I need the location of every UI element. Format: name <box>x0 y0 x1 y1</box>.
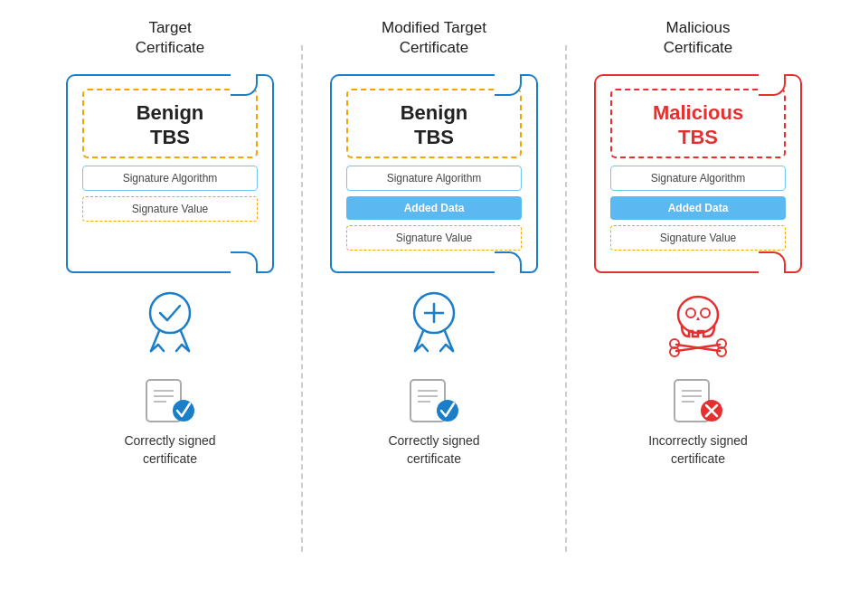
svg-line-20 <box>440 345 446 351</box>
svg-line-6 <box>176 345 182 351</box>
tbs-box-modified: BenignTBS <box>346 89 522 158</box>
sig-val-modified: Signature Value <box>346 225 522 251</box>
status-text-malicious: Incorrectly signedcertificate <box>648 432 748 468</box>
cert-malicious: MaliciousTBS Signature Algorithm Added D… <box>594 74 802 273</box>
svg-point-11 <box>173 400 194 422</box>
cert-target: BenignTBS Signature Algorithm Signature … <box>66 74 274 273</box>
status-text-modified: Correctly signedcertificate <box>388 432 479 468</box>
svg-point-28 <box>701 308 710 317</box>
sig-algo-modified: Signature Algorithm <box>346 166 522 191</box>
tbs-title-modified: BenignTBS <box>401 101 468 149</box>
svg-line-17 <box>422 345 428 351</box>
added-data-malicious: Added Data <box>610 196 786 220</box>
svg-line-3 <box>158 345 164 351</box>
col-title-modified: Modified TargetCertificate <box>382 18 486 58</box>
bottom-malicious: Incorrectly signedcertificate <box>648 378 748 468</box>
added-data-modified: Added Data <box>346 196 522 220</box>
svg-point-25 <box>437 400 458 422</box>
skull-icon-malicious <box>662 286 734 358</box>
award-badge-target <box>138 286 202 358</box>
column-target: TargetCertificate BenignTBS Signature Al… <box>39 18 301 468</box>
sig-val-target: Signature Value <box>82 196 258 222</box>
main-page: TargetCertificate BenignTBS Signature Al… <box>0 0 868 597</box>
sig-algo-malicious: Signature Algorithm <box>610 166 786 191</box>
col-title-target: TargetCertificate <box>136 18 205 58</box>
tbs-title-target: BenignTBS <box>137 101 204 149</box>
check-doc-target <box>143 378 197 423</box>
svg-point-0 <box>150 293 190 333</box>
bottom-modified: Correctly signedcertificate <box>388 378 479 468</box>
tbs-box-malicious: MaliciousTBS <box>610 89 786 158</box>
sig-algo-target: Signature Algorithm <box>82 166 258 191</box>
col-title-malicious: MaliciousCertificate <box>664 18 733 58</box>
svg-point-27 <box>686 308 695 317</box>
check-doc-modified <box>407 378 461 423</box>
column-modified: Modified TargetCertificate BenignTBS Sig… <box>303 18 565 468</box>
cert-modified: BenignTBS Signature Algorithm Added Data… <box>330 74 538 273</box>
plus-badge-modified <box>402 286 466 358</box>
column-malicious: MaliciousCertificate MaliciousTBS Signat… <box>567 18 829 468</box>
x-doc-malicious <box>671 378 725 423</box>
svg-point-26 <box>678 297 718 333</box>
sig-val-malicious: Signature Value <box>610 225 786 251</box>
bottom-target: Correctly signedcertificate <box>124 378 215 468</box>
tbs-box-target: BenignTBS <box>82 89 258 158</box>
status-text-target: Correctly signedcertificate <box>124 432 215 468</box>
tbs-title-malicious: MaliciousTBS <box>653 101 743 149</box>
